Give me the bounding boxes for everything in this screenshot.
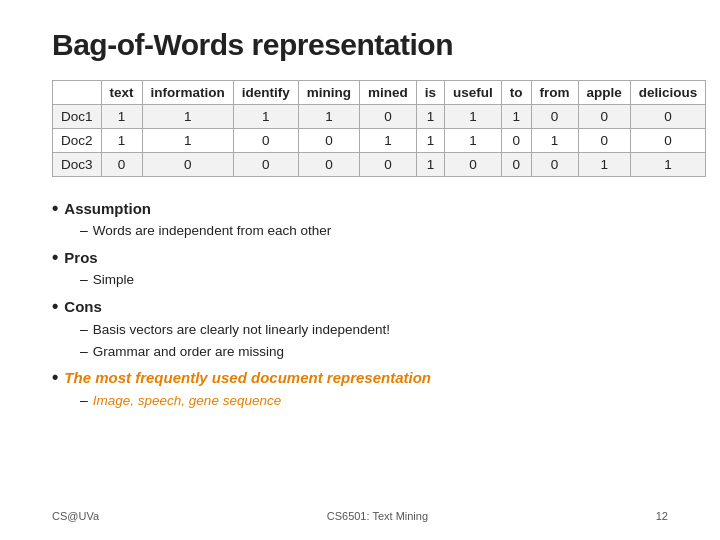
table-cell: 1 — [360, 129, 417, 153]
table-header-col-apple: apple — [578, 81, 630, 105]
table-cell: 0 — [531, 105, 578, 129]
table-row: Doc111110111000 — [53, 105, 706, 129]
table-cell: 0 — [630, 105, 706, 129]
table-header-rowlabel — [53, 81, 102, 105]
table-cell: 0 — [445, 153, 502, 177]
table-cell: 1 — [142, 129, 233, 153]
table-header: textinformationidentifyminingminedisusef… — [53, 81, 706, 105]
table-cell: 0 — [233, 153, 298, 177]
table-header-col-to: to — [501, 81, 531, 105]
bullet-dash: – — [80, 220, 88, 242]
footer-right: 12 — [656, 510, 668, 522]
bullet-sub-label: Words are independent from each other — [93, 221, 331, 242]
table-cell: 1 — [298, 105, 359, 129]
table-row-label: Doc1 — [53, 105, 102, 129]
table-cell: 1 — [578, 153, 630, 177]
footer-left: CS@UVa — [52, 510, 99, 522]
table-header-col-from: from — [531, 81, 578, 105]
table-cell: 1 — [445, 129, 502, 153]
bullet-dot: • — [52, 199, 58, 217]
bullet-sub-0-0: –Words are independent from each other — [80, 220, 668, 242]
slide-title: Bag-of-Words representation — [52, 28, 668, 62]
table-header-col-information: information — [142, 81, 233, 105]
table-row-label: Doc2 — [53, 129, 102, 153]
bullet-main-3: •The most frequently used document repre… — [52, 366, 668, 389]
table-cell: 0 — [360, 105, 417, 129]
table-cell: 0 — [360, 153, 417, 177]
bullet-dot: • — [52, 297, 58, 315]
table-header-col-delicious: delicious — [630, 81, 706, 105]
bullet-sub-3-0: –Image, speech, gene sequence — [80, 390, 668, 412]
table-cell: 1 — [501, 105, 531, 129]
bullet-main-0: •Assumption — [52, 197, 668, 220]
table-cell: 1 — [630, 153, 706, 177]
table-cell: 0 — [578, 105, 630, 129]
table-cell: 0 — [578, 129, 630, 153]
table-header-col-identify: identify — [233, 81, 298, 105]
table-cell: 0 — [298, 129, 359, 153]
bullet-sub-label: Image, speech, gene sequence — [93, 391, 281, 412]
footer: CS@UVa CS6501: Text Mining 12 — [52, 510, 668, 522]
table-header-col-mined: mined — [360, 81, 417, 105]
table-cell: 0 — [298, 153, 359, 177]
slide: Bag-of-Words representation textinformat… — [0, 0, 720, 540]
bullet-sub-2-0: –Basis vectors are clearly not linearly … — [80, 319, 668, 341]
bullet-sub-1-0: –Simple — [80, 269, 668, 291]
table-header-col-is: is — [416, 81, 444, 105]
bullet-dot: • — [52, 368, 58, 386]
table-cell: 1 — [416, 129, 444, 153]
table-cell: 0 — [630, 129, 706, 153]
bullet-label: Pros — [64, 246, 97, 269]
bullets-section: •Assumption–Words are independent from e… — [52, 193, 668, 504]
table-cell: 0 — [501, 153, 531, 177]
table-cell: 1 — [445, 105, 502, 129]
bullet-main-1: •Pros — [52, 246, 668, 269]
table-header-col-mining: mining — [298, 81, 359, 105]
bullet-sub-label: Grammar and order are missing — [93, 342, 284, 363]
bullet-label: Cons — [64, 295, 102, 318]
bullet-main-2: •Cons — [52, 295, 668, 318]
bullet-dash: – — [80, 341, 88, 363]
bullet-sub-2-1: –Grammar and order are missing — [80, 341, 668, 363]
table-header-col-useful: useful — [445, 81, 502, 105]
table-cell: 1 — [101, 129, 142, 153]
table-cell: 0 — [101, 153, 142, 177]
bullet-label: Assumption — [64, 197, 151, 220]
table-cell: 1 — [416, 105, 444, 129]
bullet-dot: • — [52, 248, 58, 266]
bullet-sub-label: Basis vectors are clearly not linearly i… — [93, 320, 390, 341]
bullet-sub-label: Simple — [93, 270, 134, 291]
table-cell: 0 — [531, 153, 578, 177]
bullet-dash: – — [80, 269, 88, 291]
bow-table-wrapper: textinformationidentifyminingminedisusef… — [52, 80, 668, 177]
bow-table: textinformationidentifyminingminedisusef… — [52, 80, 706, 177]
table-cell: 1 — [531, 129, 578, 153]
table-cell: 0 — [233, 129, 298, 153]
table-header-col-text: text — [101, 81, 142, 105]
bullet-label: The most frequently used document repres… — [64, 366, 431, 389]
table-row: Doc300000100011 — [53, 153, 706, 177]
bullet-dash: – — [80, 319, 88, 341]
table-cell: 0 — [501, 129, 531, 153]
footer-center: CS6501: Text Mining — [327, 510, 428, 522]
table-cell: 1 — [233, 105, 298, 129]
table-row-label: Doc3 — [53, 153, 102, 177]
table-cell: 1 — [101, 105, 142, 129]
table-cell: 0 — [142, 153, 233, 177]
table-row: Doc211001110100 — [53, 129, 706, 153]
bullet-dash: – — [80, 390, 88, 412]
table-cell: 1 — [416, 153, 444, 177]
table-cell: 1 — [142, 105, 233, 129]
table-body: Doc111110111000Doc211001110100Doc3000001… — [53, 105, 706, 177]
